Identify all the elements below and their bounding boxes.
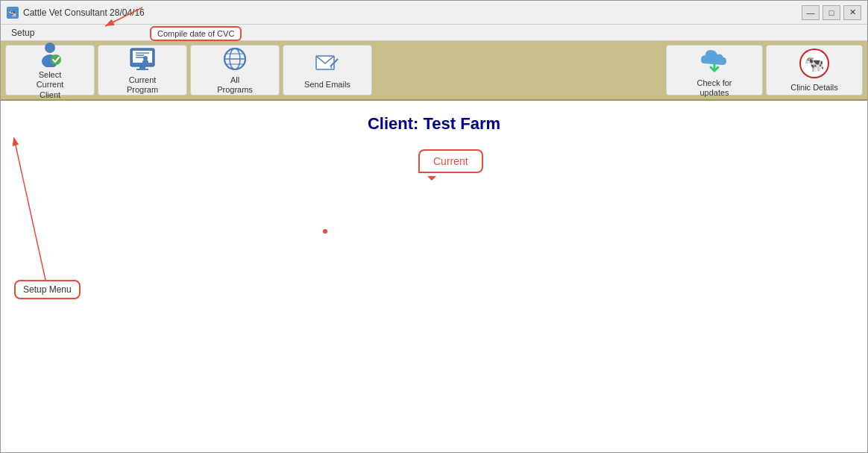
maximize-button[interactable]: □ xyxy=(823,5,840,20)
send-emails-button[interactable]: Send Emails xyxy=(283,45,372,96)
person-icon xyxy=(37,40,63,67)
current-button[interactable]: Current xyxy=(418,149,483,173)
svg-rect-15 xyxy=(136,69,148,70)
svg-rect-14 xyxy=(139,66,145,69)
select-client-label: Select Current Client xyxy=(37,70,64,100)
svg-point-4 xyxy=(45,43,55,53)
email-icon xyxy=(314,50,341,77)
toolbar: Select Current Client Current Program xyxy=(1,41,867,101)
program-icon xyxy=(129,46,156,72)
current-program-label: Current Program xyxy=(127,75,158,95)
check-updates-label: Check for updates xyxy=(696,78,732,98)
send-emails-label: Send Emails xyxy=(304,80,350,90)
check-updates-button[interactable]: Check for updates xyxy=(666,45,763,96)
all-programs-button[interactable]: All Programs xyxy=(190,45,280,96)
menu-setup[interactable]: Setup xyxy=(5,26,40,40)
svg-text:🐄: 🐄 xyxy=(8,8,18,18)
client-title: Client: Test Farm xyxy=(368,114,500,134)
select-current-client-button[interactable]: Select Current Client xyxy=(5,45,95,96)
cloud-download-icon xyxy=(698,43,731,75)
minimize-button[interactable]: — xyxy=(802,5,820,20)
clinic-details-button[interactable]: 🐄 Clinic Details xyxy=(766,45,863,96)
globe-icon xyxy=(221,46,248,72)
compile-date-annotation: Compile date of CVC xyxy=(150,26,242,41)
svg-line-2 xyxy=(105,7,142,26)
app-icon: 🐄 xyxy=(7,7,19,19)
titlebar-controls: — □ ✕ xyxy=(802,5,861,20)
all-programs-label: All Programs xyxy=(217,75,253,95)
setup-menu-annotation: Setup Menu xyxy=(14,280,81,299)
red-dot-indicator xyxy=(323,229,327,234)
svg-point-13 xyxy=(142,60,148,64)
svg-line-30 xyxy=(16,146,45,280)
svg-text:🐄: 🐄 xyxy=(804,54,825,74)
current-program-button[interactable]: Current Program xyxy=(98,45,187,96)
close-button[interactable]: ✕ xyxy=(843,5,861,20)
main-content: Client: Test Farm Current Setup Menu xyxy=(1,101,867,453)
clinic-details-label: Clinic Details xyxy=(790,83,838,93)
clinic-icon: 🐄 xyxy=(798,47,831,80)
